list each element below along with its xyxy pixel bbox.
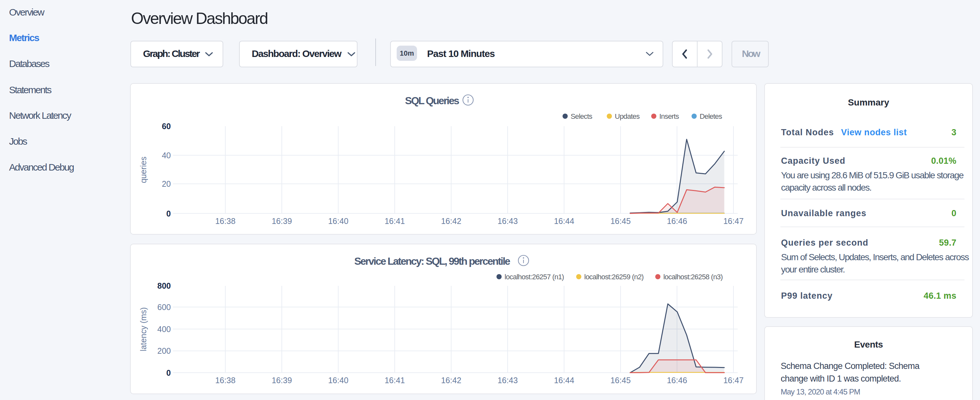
svg-text:16:39: 16:39 — [272, 376, 292, 385]
svg-text:600: 600 — [157, 303, 171, 312]
svg-text:16:41: 16:41 — [385, 217, 405, 226]
svg-text:Deletes: Deletes — [700, 112, 722, 120]
svg-text:Service Latency: SQL, 99th per: Service Latency: SQL, 99th percentile — [354, 255, 510, 267]
svg-text:localhost:26257 (n1): localhost:26257 (n1) — [505, 273, 564, 281]
svg-text:SQL Queries: SQL Queries — [405, 95, 459, 107]
svg-text:16:45: 16:45 — [611, 376, 631, 385]
svg-text:16:47: 16:47 — [724, 217, 744, 226]
svg-text:localhost:26258 (n3): localhost:26258 (n3) — [663, 273, 722, 281]
svg-text:400: 400 — [157, 325, 171, 334]
svg-text:16:44: 16:44 — [554, 376, 574, 385]
svg-text:60: 60 — [162, 122, 171, 131]
svg-text:16:47: 16:47 — [724, 376, 744, 385]
svg-text:16:42: 16:42 — [441, 217, 461, 226]
svg-text:16:38: 16:38 — [215, 376, 235, 385]
svg-text:200: 200 — [157, 346, 171, 355]
svg-text:16:38: 16:38 — [215, 217, 235, 226]
svg-text:latency (ms): latency (ms) — [139, 307, 148, 351]
svg-text:16:46: 16:46 — [667, 217, 687, 226]
svg-text:16:44: 16:44 — [554, 217, 574, 226]
svg-text:16:43: 16:43 — [498, 376, 518, 385]
svg-text:16:42: 16:42 — [441, 376, 461, 385]
svg-text:0: 0 — [166, 209, 171, 218]
svg-text:queries: queries — [139, 157, 148, 183]
svg-text:800: 800 — [157, 281, 171, 290]
svg-text:16:45: 16:45 — [611, 217, 631, 226]
svg-text:16:46: 16:46 — [667, 376, 687, 385]
svg-text:0: 0 — [166, 368, 171, 377]
svg-text:Updates: Updates — [615, 112, 640, 120]
svg-text:Selects: Selects — [571, 112, 592, 120]
svg-text:16:43: 16:43 — [498, 217, 518, 226]
svg-text:Inserts: Inserts — [659, 112, 679, 120]
svg-text:20: 20 — [162, 179, 171, 188]
svg-text:16:40: 16:40 — [328, 376, 348, 385]
svg-text:16:40: 16:40 — [328, 217, 348, 226]
svg-text:40: 40 — [162, 151, 171, 160]
svg-text:localhost:26259 (n2): localhost:26259 (n2) — [584, 273, 644, 281]
svg-text:16:41: 16:41 — [385, 376, 405, 385]
svg-text:16:39: 16:39 — [272, 217, 292, 226]
